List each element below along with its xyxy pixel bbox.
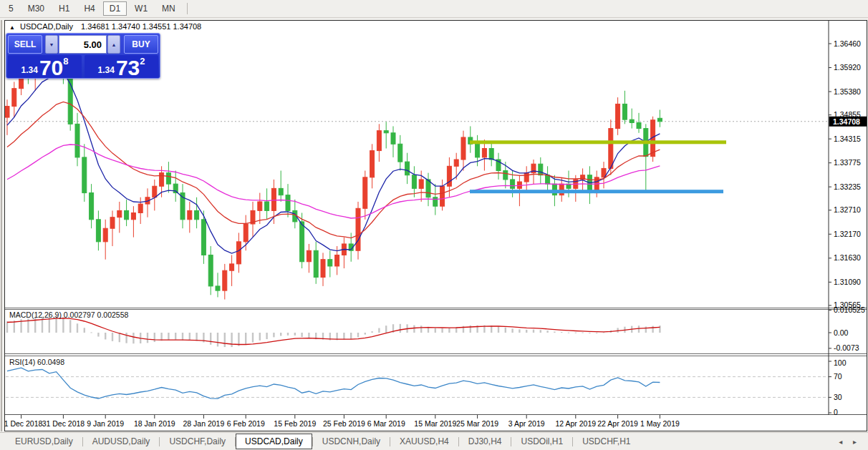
timeframe-toolbar: 5M30H1H4D1W1MN <box>0 0 868 18</box>
svg-text:1.32170: 1.32170 <box>834 230 861 238</box>
mt4-window: 5M30H1H4D1W1MN 1.364601.359201.353801.34… <box>0 0 868 450</box>
svg-text:1.34708: 1.34708 <box>833 117 860 126</box>
chart-tab-usdcnh-daily[interactable]: USDCNH,Daily <box>313 434 390 449</box>
svg-text:1.32710: 1.32710 <box>834 205 861 214</box>
svg-text:15 Mar 2019: 15 Mar 2019 <box>414 419 456 428</box>
volume-input[interactable] <box>59 35 107 54</box>
chart-tab-usdcad-daily[interactable]: USDCAD,Daily <box>236 434 312 449</box>
timeframe-m30[interactable]: M30 <box>21 1 51 16</box>
svg-text:15 Feb 2019: 15 Feb 2019 <box>274 419 316 428</box>
volume-decrease-button[interactable]: ▼ <box>45 35 58 54</box>
price-chart[interactable]: 1.364601.359201.353801.348551.343151.337… <box>5 21 867 431</box>
svg-text:3 Apr 2019: 3 Apr 2019 <box>508 419 545 428</box>
svg-text:1.31090: 1.31090 <box>834 278 861 286</box>
rsi-pane[interactable] <box>6 368 829 398</box>
ohlc-values: 1.34681 1.34740 1.34551 1.34708 <box>81 22 201 31</box>
toolbar-separator <box>187 3 188 14</box>
svg-text:28 Jan 2019: 28 Jan 2019 <box>183 419 224 428</box>
sell-button[interactable]: SELL <box>8 35 42 54</box>
timeframe-h1[interactable]: H1 <box>52 1 76 16</box>
svg-text:21 Dec 2018: 21 Dec 2018 <box>5 419 43 428</box>
rsi-indicator-label: RSI(14) 60.0498 <box>9 358 64 366</box>
svg-text:1.33235: 1.33235 <box>834 182 861 191</box>
sell-price-tile[interactable]: 1.34 70 8 <box>8 55 82 78</box>
svg-text:100: 100 <box>834 358 847 367</box>
rsi-line <box>7 368 660 398</box>
chart-window: 1.364601.359201.353801.348551.343151.337… <box>4 20 867 431</box>
buy-button[interactable]: BUY <box>124 35 158 54</box>
chart-tab-eurusd-daily[interactable]: EURUSD,Daily <box>6 434 82 449</box>
macd-pane[interactable] <box>6 316 661 347</box>
symbol-period-label: USDCAD,Daily <box>20 22 73 31</box>
svg-text:1.34315: 1.34315 <box>834 134 861 143</box>
macd-signal-line <box>7 318 660 345</box>
timeframe-5[interactable]: 5 <box>2 1 20 16</box>
svg-text:30: 30 <box>834 393 842 401</box>
chart-title: ▲ USDCAD,Daily 1.34681 1.34740 1.34551 1… <box>9 22 201 31</box>
svg-text:6 Feb 2019: 6 Feb 2019 <box>227 419 265 428</box>
tabs-scroll-arrows[interactable]: ◂ ▸ <box>839 438 861 446</box>
svg-text:1.35380: 1.35380 <box>834 87 861 96</box>
svg-text:-0.0073: -0.0073 <box>834 343 859 352</box>
sell-price-main: 70 <box>39 59 63 77</box>
time-axis[interactable]: 21 Dec 201831 Dec 20189 Jan 201918 Jan 2… <box>5 415 680 428</box>
chart-tab-usdchf-daily[interactable]: USDCHF,Daily <box>160 434 235 449</box>
svg-text:1.35920: 1.35920 <box>834 63 861 72</box>
svg-text:1.36460: 1.36460 <box>834 39 861 48</box>
chart-tab-audusd-daily[interactable]: AUDUSD,Daily <box>83 434 160 449</box>
buy-price-base: 1.34 <box>98 65 115 75</box>
volume-increase-button[interactable]: ▲ <box>107 35 120 54</box>
macd-indicator-label: MACD(12,26,9) 0.002797 0.002558 <box>9 310 128 319</box>
price-axis[interactable]: 1.364601.359201.353801.348551.343151.337… <box>829 39 867 416</box>
svg-text:9 Jan 2019: 9 Jan 2019 <box>87 419 124 428</box>
chart-tab-dj30-h4[interactable]: DJ30,H4 <box>459 434 511 449</box>
window-edge <box>1 20 2 431</box>
sell-price-pip: 8 <box>63 56 68 67</box>
svg-text:25 Mar 2019: 25 Mar 2019 <box>456 419 498 428</box>
support-line-object[interactable] <box>470 190 723 193</box>
svg-text:1.33775: 1.33775 <box>834 158 861 167</box>
chart-tab-xauusd-h4[interactable]: XAUUSD,H4 <box>390 434 458 449</box>
svg-text:70: 70 <box>834 372 842 381</box>
svg-text:22 Apr 2019: 22 Apr 2019 <box>597 419 638 428</box>
svg-text:25 Feb 2019: 25 Feb 2019 <box>323 419 365 428</box>
svg-text:18 Jan 2019: 18 Jan 2019 <box>134 419 175 428</box>
sell-price-base: 1.34 <box>21 65 38 75</box>
buy-price-pip: 2 <box>140 56 145 67</box>
svg-text:0.00: 0.00 <box>834 328 849 337</box>
chart-tab-usdchf-h1[interactable]: USDCHF,H1 <box>573 434 640 449</box>
svg-text:12 Apr 2019: 12 Apr 2019 <box>555 419 596 428</box>
one-click-trading-panel: SELL ▼ ▲ BUY 1.34 70 8 1.34 73 2 <box>6 33 160 79</box>
panel-collapse-icon[interactable]: ▲ <box>9 24 15 31</box>
svg-text:0: 0 <box>834 408 838 416</box>
timeframe-w1[interactable]: W1 <box>128 1 154 16</box>
svg-text:31 Dec 2018: 31 Dec 2018 <box>42 419 85 428</box>
buy-price-main: 73 <box>116 59 140 77</box>
svg-text:6 Mar 2019: 6 Mar 2019 <box>367 419 405 428</box>
chart-tab-usdoil-h1[interactable]: USDOil,H1 <box>511 434 572 449</box>
resistance-line-object[interactable] <box>470 140 726 144</box>
svg-text:1 May 2019: 1 May 2019 <box>640 419 680 428</box>
svg-text:0.010525: 0.010525 <box>834 305 865 314</box>
buy-price-tile[interactable]: 1.34 73 2 <box>85 55 158 78</box>
ma-medium-line <box>7 102 660 238</box>
chart-tab-bar: EURUSD,DailyAUDUSD,DailyUSDCHF,DailyUSDC… <box>0 432 868 450</box>
svg-text:1.31630: 1.31630 <box>834 253 861 262</box>
timeframe-h4[interactable]: H4 <box>77 1 101 16</box>
timeframe-d1[interactable]: D1 <box>103 1 127 16</box>
timeframe-mn[interactable]: MN <box>155 1 182 16</box>
